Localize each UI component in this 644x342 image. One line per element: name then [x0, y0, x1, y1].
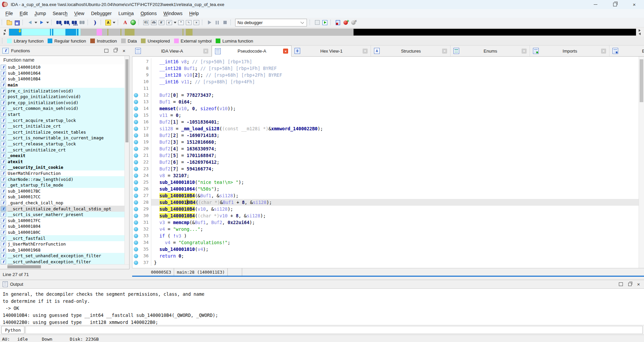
tab-hex-view-1[interactable]: Hex View-1×	[291, 46, 371, 56]
function-row[interactable]: f__scrt_initialize_crt	[0, 123, 129, 129]
set-color-icon[interactable]	[105, 19, 112, 26]
edit-function-icon[interactable]: ✎	[185, 19, 192, 26]
set-color-dropdown-icon[interactable]	[112, 19, 116, 26]
breakpoint-gutter[interactable]	[132, 212, 139, 219]
breakpoint-gutter[interactable]	[132, 105, 139, 112]
output-maximize-icon[interactable]	[619, 282, 623, 286]
tab-close-icon[interactable]: ×	[363, 49, 368, 54]
function-row[interactable]: fstart	[0, 112, 129, 118]
code-line[interactable]: 22 Buf2[6] = -1626976412;	[132, 159, 644, 165]
float-panel-icon[interactable]	[114, 49, 117, 52]
pseudocode-vscroll-thumb[interactable]	[640, 59, 643, 102]
breakpoint-icon[interactable]	[134, 160, 138, 164]
code-line[interactable]: 9 __int128 v10[2]; // [rsp+68h] [rbp+2Fh…	[132, 72, 644, 78]
minimize-button[interactable]	[586, 0, 605, 9]
navband-segment-cyan[interactable]	[21, 29, 50, 36]
function-row[interactable]: fsub_1400017FC	[0, 217, 129, 223]
breakpoint-gutter[interactable]	[132, 259, 139, 266]
search-address-icon[interactable]: #	[55, 19, 62, 26]
breakpoint-icon[interactable]	[134, 153, 138, 158]
create-array-icon[interactable]: *	[177, 19, 184, 26]
function-row[interactable]: f__scrt_initialize_onexit_tables	[0, 129, 129, 135]
function-row[interactable]: f__scrt_common_main_seh(void)	[0, 106, 129, 112]
navband-segment-gray[interactable]	[80, 29, 97, 36]
create-code-icon[interactable]: 01	[143, 19, 150, 26]
breakpoint-gutter[interactable]	[132, 172, 139, 179]
function-row[interactable]: f_get_startup_file_mode	[0, 182, 129, 188]
tab-imports[interactable]: Imports×	[530, 46, 609, 56]
jump-by-name-icon[interactable]	[92, 19, 99, 26]
code-line[interactable]: 26 sub_140001064("%50s");	[132, 186, 644, 192]
breakpoint-gutter[interactable]	[132, 226, 139, 232]
tab-exports[interactable]: Exports×	[609, 46, 644, 56]
navband-scroll-right[interactable]	[638, 29, 642, 35]
function-row[interactable]: fcharNode::raw_length(void)	[0, 176, 129, 182]
code-line[interactable]: 34 v4 = "Congratulations!";	[132, 239, 644, 246]
breakpoint-icon[interactable]	[134, 107, 138, 111]
function-row[interactable]: f__scrt_is_user_matherr_present	[0, 212, 129, 218]
navigate-forward-dropdown-icon[interactable]	[46, 19, 49, 26]
code-line[interactable]: 27 sub_1400010B4(&Buf1, &si128);	[132, 192, 644, 199]
breakpoint-icon[interactable]	[134, 207, 138, 211]
breakpoint-gutter[interactable]	[132, 165, 139, 172]
breakpoint-gutter[interactable]	[132, 159, 139, 165]
function-row[interactable]: f__scrt_initialize_default_local_stdio_o…	[0, 206, 129, 212]
code-line[interactable]: 8 __int128 Buf1; // [rsp+58h] [rbp+1Fh] …	[132, 65, 644, 72]
panel-splitter[interactable]	[129, 46, 132, 280]
python-input[interactable]	[25, 326, 643, 334]
run-until-return-icon[interactable]	[321, 19, 328, 26]
breakpoint-icon[interactable]	[134, 133, 138, 138]
function-row[interactable]: f_guard_check_icall_nop	[0, 200, 129, 206]
breakpoint-icon[interactable]	[134, 180, 138, 185]
tab-close-icon[interactable]: ×	[283, 49, 288, 54]
code-line[interactable]: 18 Buf2[2] = -1690714183;	[132, 132, 644, 139]
function-row[interactable]: fsub_140001010	[0, 64, 129, 70]
output-close-icon[interactable]: ×	[637, 282, 640, 286]
breakpoint-icon[interactable]	[134, 247, 138, 252]
navband-segment-gray[interactable]	[121, 29, 125, 36]
breakpoint-icon[interactable]	[134, 187, 138, 191]
code-line[interactable]: 29 sub_1400010B4(v10, &si128);	[132, 206, 644, 212]
tab-close-icon[interactable]: ×	[601, 49, 606, 54]
navband-segment-gray[interactable]	[102, 29, 107, 36]
breakpoint-gutter[interactable]	[132, 199, 139, 206]
breakpoint-gutter[interactable]	[132, 119, 139, 125]
close-button[interactable]: ×	[625, 0, 644, 9]
navband-segment-pink[interactable]	[97, 29, 102, 36]
breakpoint-gutter[interactable]	[132, 152, 139, 159]
code-line[interactable]: 35 sub_140001010(v4);	[132, 246, 644, 253]
navband-segment-olive[interactable]	[186, 29, 193, 36]
breakpoint-gutter[interactable]	[132, 98, 139, 105]
breakpoint-icon[interactable]	[134, 147, 138, 151]
code-line[interactable]: 25 sub_140001010("nice tea!\n> ");	[132, 179, 644, 186]
code-line[interactable]: 13 Buf1 = 0i64;	[132, 98, 644, 105]
breakpoint-gutter[interactable]	[132, 132, 139, 139]
breakpoint-gutter[interactable]	[132, 253, 139, 259]
navband-segment-olive[interactable]	[125, 29, 135, 36]
breakpoint-icon[interactable]	[134, 214, 138, 218]
code-line[interactable]: 31 v3 = memcmp(&Buf1, Buf2, 0x22ui64);	[132, 219, 644, 226]
function-row[interactable]: f__security_init_cookie	[0, 164, 129, 170]
breakpoint-gutter[interactable]	[132, 192, 139, 199]
functions-horizontal-scrollbar[interactable]	[0, 264, 129, 269]
tab-structures[interactable]: Structures×	[371, 46, 450, 56]
functions-vscroll-thumb[interactable]	[125, 59, 128, 142]
function-row[interactable]: fj_UserMathErrorFunction	[0, 241, 129, 247]
navband-segment-gray[interactable]	[193, 29, 354, 36]
output-panel-header[interactable]: Output ×	[0, 280, 644, 289]
navigation-band[interactable]	[9, 28, 636, 36]
function-row[interactable]: f__scrt_acquire_startup_lock	[0, 117, 129, 123]
function-row[interactable]: fsub_1400010B4	[0, 76, 129, 82]
breakpoint-gutter[interactable]	[132, 112, 139, 119]
code-line[interactable]: 14 memset(v10, 0, sizeof(v10));	[132, 105, 644, 112]
code-line[interactable]: 23 Buf2[7] = 594166774;	[132, 165, 644, 172]
search-text-icon[interactable]: T	[63, 19, 70, 26]
navigate-forward-icon[interactable]	[38, 19, 45, 26]
code-line[interactable]: 12 Buf2[0] = 778273437;	[132, 92, 644, 98]
code-line[interactable]: 16 Buf2[1] = -1051836401;	[132, 119, 644, 125]
code-line[interactable]: 32 v4 = "wrong...";	[132, 226, 644, 232]
navband-segment-gray[interactable]	[108, 29, 120, 36]
function-row[interactable]: f__scrt_uninitialize_crt	[0, 147, 129, 153]
breakpoint-icon[interactable]	[134, 200, 138, 205]
navigate-back-icon[interactable]	[26, 19, 34, 26]
